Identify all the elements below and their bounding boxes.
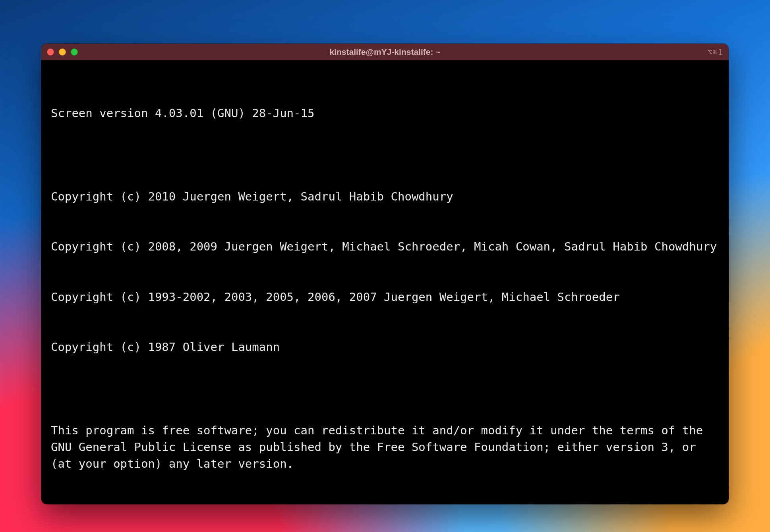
terminal-line: Copyright (c) 2008, 2009 Juergen Weigert… [51,238,719,255]
terminal-line: Copyright (c) 1987 Oliver Laumann [51,339,719,355]
terminal-line: Copyright (c) 2010 Juergen Weigert, Sadr… [51,188,719,205]
traffic-lights [47,48,78,56]
terminal-content[interactable]: Screen version 4.03.01 (GNU) 28-Jun-15 C… [41,60,729,504]
close-button[interactable] [47,48,54,56]
terminal-line: This program is free software; you can r… [51,422,719,472]
terminal-line: Screen version 4.03.01 (GNU) 28-Jun-15 [51,105,719,121]
window-shortcut-indicator: ⌥⌘1 [708,47,723,57]
terminal-window: kinstalife@mYJ-kinstalife: ~ ⌥⌘1 Screen … [41,44,729,504]
terminal-line: Copyright (c) 1993-2002, 2003, 2005, 200… [51,289,719,305]
minimize-button[interactable] [59,48,66,56]
window-title: kinstalife@mYJ-kinstalife: ~ [41,47,729,57]
window-titlebar[interactable]: kinstalife@mYJ-kinstalife: ~ ⌥⌘1 [41,44,729,60]
zoom-button[interactable] [71,48,78,56]
